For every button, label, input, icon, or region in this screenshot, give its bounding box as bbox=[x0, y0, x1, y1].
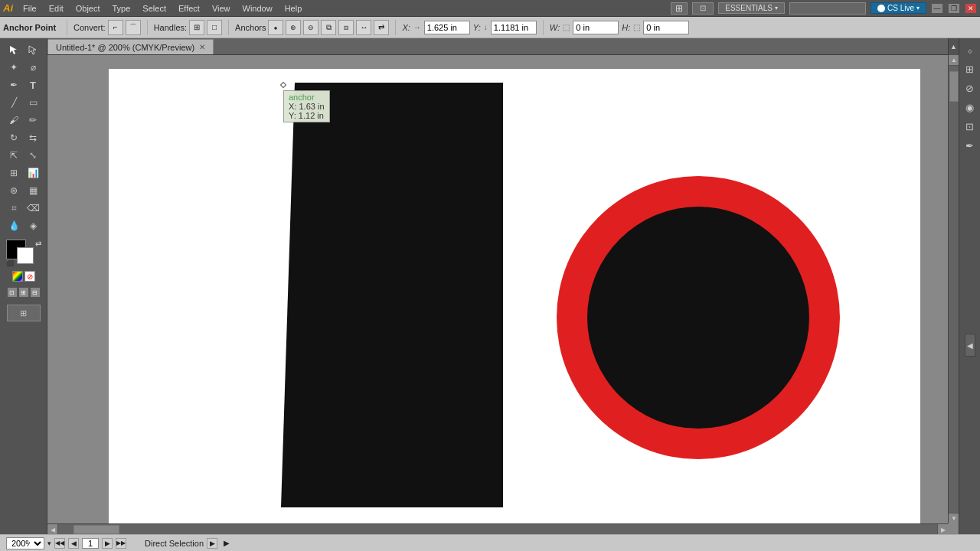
chart-tool[interactable]: 📊 bbox=[24, 165, 42, 181]
search-input[interactable] bbox=[789, 2, 866, 15]
panel-btn-6[interactable]: ✒ bbox=[962, 137, 978, 154]
menu-view[interactable]: View bbox=[207, 2, 236, 15]
blend-tool[interactable]: ◈ bbox=[24, 217, 42, 234]
column-chart-tool[interactable]: ▦ bbox=[24, 182, 42, 199]
pen-tool[interactable]: ✒ bbox=[5, 77, 23, 93]
nav-last-btn[interactable]: ▶▶ bbox=[116, 538, 126, 549]
window-restore[interactable]: ❐ bbox=[948, 3, 960, 14]
nav-prev-btn[interactable]: ◀ bbox=[68, 538, 79, 549]
handles-btn-2[interactable]: □ bbox=[207, 20, 222, 35]
panel-btn-3[interactable]: ⊘ bbox=[962, 80, 978, 96]
anchors-btn-2[interactable]: ⊕ bbox=[286, 20, 301, 35]
screen-mode-2[interactable]: ⊞ bbox=[18, 287, 29, 298]
x-value-input[interactable] bbox=[424, 21, 470, 34]
shape-tool[interactable]: ▭ bbox=[24, 94, 42, 111]
scroll-left-btn[interactable]: ◀ bbox=[47, 524, 58, 534]
panel-collapse-arrow[interactable]: ◀ bbox=[965, 334, 975, 357]
anchors-btn-3[interactable]: ⊖ bbox=[303, 20, 318, 35]
menu-help[interactable]: Help bbox=[279, 2, 308, 15]
canvas-area[interactable]: Untitled-1* @ 200% (CMYK/Preview) ✕ ▲ an… bbox=[47, 38, 959, 534]
menu-window[interactable]: Window bbox=[237, 2, 278, 15]
panel-btn-1[interactable]: ⬦ bbox=[962, 41, 978, 58]
symbol-sprayer-tool[interactable]: ⊛ bbox=[5, 182, 23, 199]
window-close[interactable]: ✕ bbox=[965, 3, 977, 14]
magic-wand-tools: ✦ ⌀ bbox=[5, 59, 42, 76]
panel-btn-5[interactable]: ⊡ bbox=[962, 118, 978, 135]
anchor-point-label: Anchor Point bbox=[3, 23, 56, 32]
vertical-scrollbar[interactable]: ▲ ▼ bbox=[948, 55, 959, 523]
w-value-input[interactable] bbox=[573, 21, 619, 34]
scroll-thumb[interactable] bbox=[949, 71, 959, 102]
red-circle-shape[interactable] bbox=[553, 172, 844, 463]
h-value-input[interactable] bbox=[643, 21, 689, 34]
scale-tool[interactable]: ⇱ bbox=[5, 147, 23, 164]
page-number-input[interactable] bbox=[82, 538, 99, 549]
scroll-up-btn[interactable]: ▲ bbox=[949, 55, 959, 66]
selection-tool[interactable] bbox=[5, 41, 23, 58]
menu-edit[interactable]: Edit bbox=[44, 2, 69, 15]
mode-button[interactable]: ⊞ bbox=[671, 2, 688, 15]
canvas-tab[interactable]: Untitled-1* @ 200% (CMYK/Preview) ✕ bbox=[47, 39, 214, 54]
eyedropper-tool[interactable]: 💧 bbox=[5, 217, 23, 234]
essentials-btn[interactable]: ESSENTIALS▾ bbox=[718, 2, 785, 14]
screen-mode-3[interactable]: ⊟ bbox=[30, 287, 41, 298]
horizontal-scrollbar[interactable]: ◀ ▶ bbox=[47, 523, 948, 534]
scroll-down-btn[interactable]: ▼ bbox=[949, 513, 959, 523]
panel-btn-2[interactable]: ⊞ bbox=[962, 60, 978, 77]
nav-next-btn[interactable]: ▶ bbox=[102, 538, 113, 549]
anchors-btn-7[interactable]: ⇄ bbox=[374, 20, 389, 35]
lasso-tool[interactable]: ⌀ bbox=[24, 59, 42, 76]
extra-arrow[interactable]: ▶ bbox=[224, 539, 230, 547]
convert-section: Convert: ⌐ ⌒ bbox=[74, 20, 141, 35]
art-board-btn[interactable]: ⊞ bbox=[7, 305, 41, 321]
warp-tool[interactable]: ⤡ bbox=[24, 147, 42, 164]
menu-object[interactable]: Object bbox=[70, 2, 106, 15]
color-mode-btn[interactable] bbox=[12, 271, 23, 282]
menu-type[interactable]: Type bbox=[107, 2, 136, 15]
reflect-tool[interactable]: ⇆ bbox=[24, 129, 42, 146]
nav-first-btn[interactable]: ◀◀ bbox=[54, 538, 65, 549]
menu-file[interactable]: File bbox=[18, 2, 42, 15]
eyedropper-tools: 💧 ◈ bbox=[5, 217, 42, 234]
separator-4 bbox=[395, 20, 396, 35]
anchors-btn-1[interactable]: ⬥ bbox=[268, 20, 283, 35]
slice-tool[interactable]: ⌗ bbox=[5, 200, 23, 217]
tab-close-btn[interactable]: ✕ bbox=[199, 43, 205, 51]
stroke-color[interactable] bbox=[17, 247, 34, 264]
anchors-btn-4[interactable]: ⧉ bbox=[321, 20, 336, 35]
tab-area-collapse[interactable]: ▲ bbox=[948, 38, 959, 55]
anchors-btn-6[interactable]: ↔ bbox=[356, 20, 371, 35]
magic-wand-tool[interactable]: ✦ bbox=[5, 59, 23, 76]
none-mode-btn[interactable]: ⊘ bbox=[24, 271, 35, 282]
screen-mode-1[interactable]: ⊡ bbox=[7, 287, 18, 298]
handles-btn-1[interactable]: ⊞ bbox=[189, 20, 204, 35]
swap-colors-icon[interactable]: ⇄ bbox=[35, 240, 41, 248]
default-colors-icon[interactable]: ⬛ bbox=[6, 259, 15, 267]
convert-btn-2[interactable]: ⌒ bbox=[126, 20, 141, 35]
scroll-right-btn[interactable]: ▶ bbox=[937, 524, 948, 534]
status-bar: 200% 100% 150% 50% ▾ ◀◀ ◀ ▶ ▶▶ Direct Se… bbox=[0, 534, 980, 551]
rotate-tool[interactable]: ↻ bbox=[5, 129, 23, 146]
right-panel: ⬦ ⊞ ⊘ ◉ ⊡ ✒ ◀ bbox=[959, 38, 980, 534]
convert-btn-1[interactable]: ⌐ bbox=[108, 20, 123, 35]
tool-dropdown-arrow[interactable]: ▶ bbox=[207, 538, 217, 549]
zoom-dropdown-arrow[interactable]: ▾ bbox=[47, 540, 51, 547]
arrange-button[interactable]: ⊡ bbox=[692, 2, 714, 15]
direct-selection-tool[interactable] bbox=[24, 41, 42, 58]
type-tool[interactable]: T bbox=[24, 77, 42, 93]
zoom-select[interactable]: 200% 100% 150% 50% bbox=[6, 537, 44, 549]
window-minimize[interactable]: — bbox=[931, 3, 943, 14]
y-value-input[interactable] bbox=[491, 21, 537, 34]
anchors-btn-5[interactable]: ⧈ bbox=[338, 20, 354, 35]
cs-live-button[interactable]: CS Live▾ bbox=[871, 2, 926, 14]
pencil-tool[interactable]: ✏ bbox=[24, 112, 42, 129]
menu-select[interactable]: Select bbox=[137, 2, 172, 15]
eraser-tool[interactable]: ⌫ bbox=[24, 200, 42, 217]
paintbrush-tool[interactable]: 🖌 bbox=[5, 112, 23, 129]
hscroll-thumb[interactable] bbox=[74, 525, 119, 534]
menu-effect[interactable]: Effect bbox=[173, 2, 205, 15]
shape-builder-tool[interactable]: ⊞ bbox=[5, 165, 23, 181]
panel-btn-4[interactable]: ◉ bbox=[962, 99, 978, 116]
line-tool[interactable]: ╱ bbox=[5, 94, 23, 111]
black-shape[interactable] bbox=[281, 83, 511, 527]
